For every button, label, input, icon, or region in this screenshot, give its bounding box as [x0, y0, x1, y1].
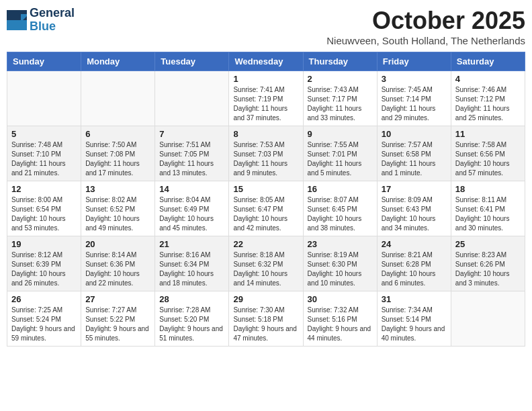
day-cell: [451, 291, 525, 347]
day-info: Sunrise: 8:05 AM Sunset: 6:47 PM Dayligh…: [233, 195, 298, 233]
week-row-3: 12Sunrise: 8:00 AM Sunset: 6:54 PM Dayli…: [7, 181, 525, 236]
day-cell: 21Sunrise: 8:16 AM Sunset: 6:34 PM Dayli…: [155, 236, 229, 291]
location-subtitle: Nieuwveen, South Holland, The Netherland…: [326, 35, 525, 46]
day-info: Sunrise: 7:55 AM Sunset: 7:01 PM Dayligh…: [308, 140, 373, 178]
day-cell: [155, 71, 229, 126]
day-number: 21: [159, 239, 224, 249]
day-cell: 25Sunrise: 8:23 AM Sunset: 6:26 PM Dayli…: [451, 236, 525, 291]
day-info: Sunrise: 7:28 AM Sunset: 5:20 PM Dayligh…: [159, 306, 224, 343]
day-info: Sunrise: 7:43 AM Sunset: 7:17 PM Dayligh…: [308, 85, 373, 123]
day-cell: 27Sunrise: 7:27 AM Sunset: 5:22 PM Dayli…: [81, 291, 155, 347]
svg-rect-1: [7, 20, 27, 30]
day-cell: 24Sunrise: 8:21 AM Sunset: 6:28 PM Dayli…: [377, 236, 451, 291]
day-cell: 11Sunrise: 7:58 AM Sunset: 6:56 PM Dayli…: [451, 126, 525, 181]
day-info: Sunrise: 7:46 AM Sunset: 7:12 PM Dayligh…: [455, 85, 521, 123]
day-cell: 7Sunrise: 7:51 AM Sunset: 7:05 PM Daylig…: [155, 126, 229, 181]
day-info: Sunrise: 8:07 AM Sunset: 6:45 PM Dayligh…: [308, 195, 373, 233]
day-info: Sunrise: 8:11 AM Sunset: 6:41 PM Dayligh…: [455, 195, 521, 233]
day-info: Sunrise: 7:30 AM Sunset: 5:18 PM Dayligh…: [233, 306, 298, 343]
day-info: Sunrise: 7:50 AM Sunset: 7:08 PM Dayligh…: [85, 140, 150, 178]
day-number: 29: [233, 294, 298, 304]
day-cell: 9Sunrise: 7:55 AM Sunset: 7:01 PM Daylig…: [303, 126, 377, 181]
day-number: 6: [85, 129, 150, 139]
day-cell: 18Sunrise: 8:11 AM Sunset: 6:41 PM Dayli…: [451, 181, 525, 236]
day-number: 20: [85, 239, 150, 249]
day-cell: 17Sunrise: 8:09 AM Sunset: 6:43 PM Dayli…: [377, 181, 451, 236]
day-cell: 16Sunrise: 8:07 AM Sunset: 6:45 PM Dayli…: [303, 181, 377, 236]
day-number: 7: [159, 129, 224, 139]
day-cell: 23Sunrise: 8:19 AM Sunset: 6:30 PM Dayli…: [303, 236, 377, 291]
day-info: Sunrise: 8:23 AM Sunset: 6:26 PM Dayligh…: [455, 250, 521, 288]
day-info: Sunrise: 8:09 AM Sunset: 6:43 PM Dayligh…: [382, 195, 447, 233]
day-number: 16: [308, 184, 373, 194]
day-number: 15: [233, 184, 298, 194]
col-header-thursday: Thursday: [303, 52, 377, 71]
day-cell: 29Sunrise: 7:30 AM Sunset: 5:18 PM Dayli…: [229, 291, 303, 347]
day-cell: 1Sunrise: 7:41 AM Sunset: 7:19 PM Daylig…: [229, 71, 303, 126]
day-info: Sunrise: 7:45 AM Sunset: 7:14 PM Dayligh…: [382, 85, 447, 123]
day-cell: 12Sunrise: 8:00 AM Sunset: 6:54 PM Dayli…: [7, 181, 81, 236]
day-info: Sunrise: 7:51 AM Sunset: 7:05 PM Dayligh…: [159, 140, 224, 178]
day-number: 3: [382, 74, 447, 84]
day-cell: 14Sunrise: 8:04 AM Sunset: 6:49 PM Dayli…: [155, 181, 229, 236]
day-number: 11: [455, 129, 521, 139]
day-number: 12: [11, 184, 77, 194]
calendar-table: SundayMondayTuesdayWednesdayThursdayFrid…: [7, 52, 525, 347]
day-number: 8: [233, 129, 298, 139]
page-header: General Blue October 2025 Nieuwveen, Sou…: [7, 7, 525, 46]
col-header-monday: Monday: [81, 52, 155, 71]
day-cell: 13Sunrise: 8:02 AM Sunset: 6:52 PM Dayli…: [81, 181, 155, 236]
day-cell: [7, 71, 81, 126]
day-cell: 30Sunrise: 7:32 AM Sunset: 5:16 PM Dayli…: [303, 291, 377, 347]
day-number: 23: [308, 239, 373, 249]
day-cell: 4Sunrise: 7:46 AM Sunset: 7:12 PM Daylig…: [451, 71, 525, 126]
day-cell: 5Sunrise: 7:48 AM Sunset: 7:10 PM Daylig…: [7, 126, 81, 181]
day-cell: 31Sunrise: 7:34 AM Sunset: 5:14 PM Dayli…: [377, 291, 451, 347]
day-number: 17: [382, 184, 447, 194]
day-cell: 22Sunrise: 8:18 AM Sunset: 6:32 PM Dayli…: [229, 236, 303, 291]
day-info: Sunrise: 7:34 AM Sunset: 5:14 PM Dayligh…: [382, 306, 447, 343]
day-cell: 8Sunrise: 7:53 AM Sunset: 7:03 PM Daylig…: [229, 126, 303, 181]
day-info: Sunrise: 8:12 AM Sunset: 6:39 PM Dayligh…: [11, 250, 77, 288]
day-number: 31: [382, 294, 447, 304]
day-number: 4: [455, 74, 521, 84]
day-info: Sunrise: 7:48 AM Sunset: 7:10 PM Dayligh…: [11, 140, 77, 178]
day-number: 30: [308, 294, 373, 304]
week-row-5: 26Sunrise: 7:25 AM Sunset: 5:24 PM Dayli…: [7, 291, 525, 347]
logo: General Blue: [7, 7, 75, 34]
day-number: 10: [382, 129, 447, 139]
day-number: 1: [233, 74, 298, 84]
day-number: 26: [11, 294, 77, 304]
week-row-1: 1Sunrise: 7:41 AM Sunset: 7:19 PM Daylig…: [7, 71, 525, 126]
day-cell: 20Sunrise: 8:14 AM Sunset: 6:36 PM Dayli…: [81, 236, 155, 291]
day-info: Sunrise: 8:19 AM Sunset: 6:30 PM Dayligh…: [308, 250, 373, 288]
day-info: Sunrise: 7:32 AM Sunset: 5:16 PM Dayligh…: [308, 306, 373, 343]
day-info: Sunrise: 7:53 AM Sunset: 7:03 PM Dayligh…: [233, 140, 298, 178]
day-number: 25: [455, 239, 521, 249]
logo-icon: [7, 10, 27, 30]
title-block: October 2025 Nieuwveen, South Holland, T…: [326, 7, 525, 46]
day-cell: 10Sunrise: 7:57 AM Sunset: 6:58 PM Dayli…: [377, 126, 451, 181]
day-number: 22: [233, 239, 298, 249]
col-header-saturday: Saturday: [451, 52, 525, 71]
day-number: 27: [85, 294, 150, 304]
day-cell: 26Sunrise: 7:25 AM Sunset: 5:24 PM Dayli…: [7, 291, 81, 347]
day-info: Sunrise: 8:21 AM Sunset: 6:28 PM Dayligh…: [382, 250, 447, 288]
day-number: 24: [382, 239, 447, 249]
day-cell: 15Sunrise: 8:05 AM Sunset: 6:47 PM Dayli…: [229, 181, 303, 236]
day-info: Sunrise: 8:16 AM Sunset: 6:34 PM Dayligh…: [159, 250, 224, 288]
day-number: 13: [85, 184, 150, 194]
day-info: Sunrise: 7:41 AM Sunset: 7:19 PM Dayligh…: [233, 85, 298, 123]
day-cell: 19Sunrise: 8:12 AM Sunset: 6:39 PM Dayli…: [7, 236, 81, 291]
col-header-tuesday: Tuesday: [155, 52, 229, 71]
day-info: Sunrise: 7:25 AM Sunset: 5:24 PM Dayligh…: [11, 306, 77, 343]
day-cell: 6Sunrise: 7:50 AM Sunset: 7:08 PM Daylig…: [81, 126, 155, 181]
day-info: Sunrise: 7:58 AM Sunset: 6:56 PM Dayligh…: [455, 140, 521, 178]
logo-text-block: General Blue: [30, 7, 75, 34]
day-number: 9: [308, 129, 373, 139]
day-info: Sunrise: 7:57 AM Sunset: 6:58 PM Dayligh…: [382, 140, 447, 178]
day-cell: 3Sunrise: 7:45 AM Sunset: 7:14 PM Daylig…: [377, 71, 451, 126]
day-number: 14: [159, 184, 224, 194]
day-number: 2: [308, 74, 373, 84]
logo-blue: Blue: [30, 20, 75, 34]
